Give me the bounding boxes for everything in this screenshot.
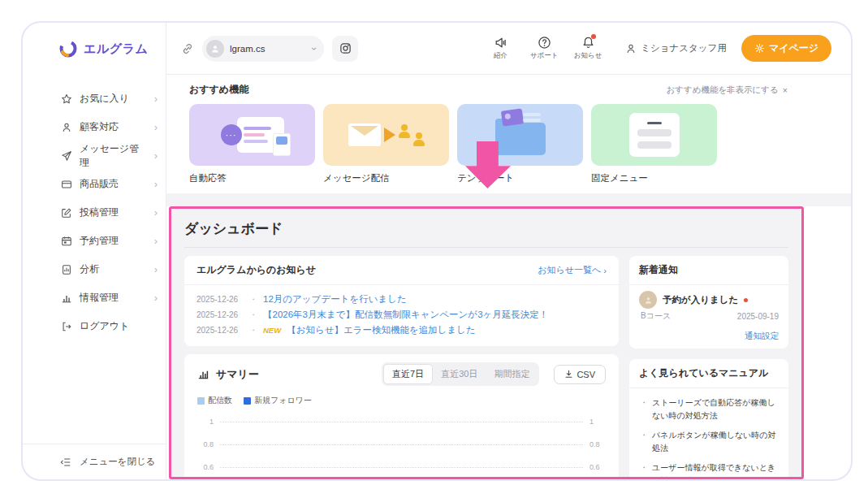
bullet: ・ <box>249 294 257 305</box>
notification-item[interactable]: 予約が入りました <box>639 291 779 309</box>
chevron-right-icon: › <box>154 206 158 219</box>
manual-link[interactable]: ・ストーリーズで自動応答が稼働しない時の対処方法 <box>640 396 778 422</box>
envelope-icon <box>348 123 381 146</box>
gridline <box>220 467 583 468</box>
chevron-right-icon: › <box>154 263 158 275</box>
sidebar-item-reservation-management[interactable]: 予約管理 › <box>23 227 166 255</box>
hide-recommended-label: おすすめ機能を非表示にする <box>666 84 778 96</box>
sidebar-item-favorites[interactable]: お気に入り › <box>23 84 166 113</box>
feature-card-auto-reply[interactable]: ··· 自動応答 <box>189 104 315 184</box>
news-card-title: エルグラムからのお知らせ <box>196 263 316 277</box>
sidebar-item-product-sales[interactable]: 商品販売 › <box>23 170 166 198</box>
brand-logo[interactable]: エルグラム <box>23 23 166 75</box>
calendar-icon <box>60 235 72 247</box>
y-tick: 1 <box>197 418 214 426</box>
y-tick: 1 <box>589 418 606 426</box>
avatar <box>639 291 657 309</box>
folder-icon <box>495 123 546 155</box>
notification-badge <box>591 34 596 39</box>
news-link[interactable]: 12月のアップデートを行いました <box>263 293 407 305</box>
notifications-button[interactable]: お知らせ <box>570 36 606 61</box>
megaphone-icon <box>494 36 507 50</box>
sidebar-item-post-management[interactable]: 投稿管理 › <box>23 198 166 227</box>
legend-label: 新規フォロワー <box>254 395 312 406</box>
sidebar-item-label: 予約管理 <box>80 234 147 248</box>
sidebar-item-analysis[interactable]: 分析 › <box>23 255 166 284</box>
question-icon <box>538 36 551 50</box>
instagram-button[interactable] <box>332 36 358 62</box>
template-illustration <box>457 104 583 166</box>
support-button[interactable]: サポート <box>526 36 562 61</box>
sidebar-item-logout[interactable]: ログアウト <box>23 312 166 340</box>
legend-item-deliveries: 配信数 <box>197 395 232 406</box>
analysis-icon <box>60 263 72 275</box>
instagram-icon <box>339 42 352 54</box>
hide-recommended-button[interactable]: おすすめ機能を非表示にする × <box>666 84 788 96</box>
manual-link[interactable]: ・パネルボタンが稼働しない時の対処法 <box>640 429 778 454</box>
news-date: 2025-12-26 <box>196 295 244 304</box>
settings-panel-graphic <box>237 117 284 153</box>
mypage-button[interactable]: マイページ <box>741 35 831 62</box>
y-tick: 0.8 <box>589 440 606 448</box>
sidebar-item-customer-support[interactable]: 顧客対応 › <box>23 113 166 141</box>
chat-bubble-icon: ··· <box>221 124 242 145</box>
recommended-section: おすすめ機能 おすすめ機能を非表示にする × ··· <box>166 75 851 184</box>
notification-settings-link[interactable]: 通知設定 <box>639 331 779 342</box>
mypage-label: マイページ <box>769 41 818 55</box>
notification-course: Bコース <box>641 310 671 322</box>
news-link[interactable]: 【お知らせ】エラー検知機能を追加しました <box>287 324 476 336</box>
auto-reply-illustration: ··· <box>189 104 315 166</box>
action-label: サポート <box>530 51 559 61</box>
notification-date: 2025-09-19 <box>737 312 779 321</box>
range-30days-button[interactable]: 直近30日 <box>433 364 486 384</box>
sidebar: エルグラム お気に入り › 顧客対応 › メッセージ管理 › 商品販売 › <box>23 23 166 479</box>
feature-label: 固定メニュー <box>591 172 717 184</box>
collapse-menu-label: メニューを閉じる <box>80 456 156 468</box>
feature-label: メッセージ配信 <box>323 172 449 184</box>
legend-label: 配信数 <box>208 395 232 406</box>
referral-button[interactable]: 紹介 <box>482 36 518 61</box>
collapse-menu-button[interactable]: メニューを閉じる <box>23 444 166 479</box>
brand-name: エルグラム <box>84 41 148 57</box>
summary-chart: 11 0.80.8 0.60.6 0.40.4 <box>197 410 606 479</box>
message-delivery-illustration <box>323 104 449 166</box>
bullet: ・ <box>249 310 257 321</box>
feature-card-message-delivery[interactable]: メッセージ配信 <box>323 104 449 184</box>
y-tick: 0.6 <box>197 463 214 471</box>
sidebar-item-label: お気に入り <box>80 92 147 106</box>
feature-label: 自動応答 <box>189 172 315 184</box>
account-selector[interactable]: lgram.cs › <box>202 36 324 62</box>
action-label: お知らせ <box>574 51 602 61</box>
csv-label: CSV <box>577 370 595 379</box>
star-icon <box>60 93 72 105</box>
manual-text: ストーリーズで自動応答が稼働しない時の対処方法 <box>652 396 778 422</box>
staff-account[interactable]: ミショナスタッフ用 <box>625 42 727 54</box>
chevron-down-icon: › <box>309 47 320 50</box>
bullet: ・ <box>640 396 648 422</box>
chevron-right-icon: › <box>603 266 607 275</box>
chevron-right-icon: › <box>154 121 158 133</box>
main-area: lgram.cs › 紹介 サポート お知らせ ミショナス <box>166 23 851 479</box>
sidebar-item-label: メッセージ管理 <box>80 142 147 170</box>
range-7days-button[interactable]: 直近7日 <box>383 364 433 384</box>
sidebar-item-message-management[interactable]: メッセージ管理 › <box>23 141 166 170</box>
photo-icon <box>500 108 523 126</box>
chevron-right-icon: › <box>154 292 158 304</box>
news-list-link[interactable]: お知らせ一覧へ › <box>538 264 607 276</box>
gridline <box>220 444 583 445</box>
csv-download-button[interactable]: CSV <box>554 365 606 384</box>
dashboard-section: ダッシュボード エルグラムからのお知らせ お知らせ一覧へ › <box>169 206 804 479</box>
sidebar-item-info-management[interactable]: 情報管理 › <box>23 284 166 312</box>
legend-swatch <box>197 397 205 405</box>
news-link[interactable]: 【2026年3月末まで】配信数無制限キャンペーンが3ヶ月延長決定！ <box>263 309 548 321</box>
manual-link[interactable]: ・ユーザー情報が取得できないときの対処方法 <box>640 461 778 479</box>
avatar <box>206 40 224 58</box>
summary-card: サマリー 直近7日 直近30日 期間指定 CSV <box>184 354 619 479</box>
fixed-menu-illustration <box>591 104 717 166</box>
feature-card-fixed-menu[interactable]: 固定メニュー <box>591 104 717 184</box>
notifications-title: 新着通知 <box>639 263 678 277</box>
chart-icon <box>60 292 72 304</box>
news-item: 2025-12-26 ・ 12月のアップデートを行いました <box>196 292 607 307</box>
range-custom-button[interactable]: 期間指定 <box>486 364 538 384</box>
content: おすすめ機能 おすすめ機能を非表示にする × ··· <box>166 75 851 479</box>
